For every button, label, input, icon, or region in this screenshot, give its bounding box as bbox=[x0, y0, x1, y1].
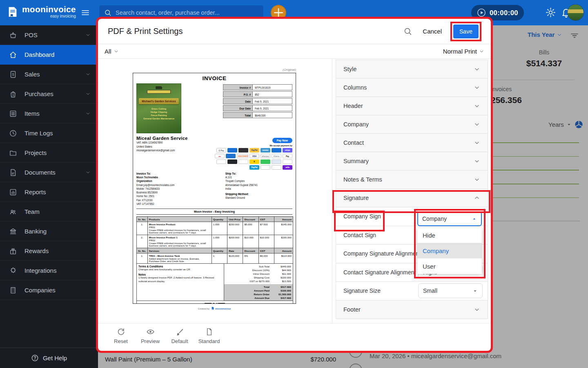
cell: 1.000 bbox=[212, 222, 227, 235]
sidebar-item-label: Purchases bbox=[24, 90, 78, 97]
cell: 2. bbox=[137, 235, 148, 248]
brand-logo[interactable]: mooninvoice easy invoicing bbox=[7, 4, 76, 19]
total-label: Return Order bbox=[226, 292, 272, 296]
cell: $5.000 bbox=[243, 222, 258, 235]
pdf-print-settings-modal: PDF & Print Settings Cancel Save All Nor… bbox=[98, 19, 491, 351]
global-search[interactable] bbox=[99, 5, 263, 20]
total-value: $44.900 bbox=[272, 268, 291, 272]
quick-add-button[interactable] bbox=[271, 5, 286, 20]
save-button[interactable]: Save bbox=[453, 25, 479, 38]
col-header: Quantity bbox=[212, 217, 227, 222]
sidebar-item-reports[interactable]: Reports bbox=[0, 182, 98, 202]
sidebar: POS Dashboard $ Sales $ Purchases Items … bbox=[0, 25, 98, 368]
accordion-notes-terms[interactable]: Notes & Terms bbox=[336, 170, 488, 189]
settings-panel: Style Columns Header Company Contact Sum… bbox=[336, 60, 488, 319]
sidebar-item-sales[interactable]: $ Sales bbox=[0, 65, 98, 84]
sidebar-item-integrations[interactable]: Integrations bbox=[0, 261, 98, 280]
print-mode-dropdown[interactable]: Normal Print bbox=[443, 48, 484, 55]
sidebar-item-time-logs[interactable]: Time Logs bbox=[0, 123, 98, 143]
meta-value: Feb 9, 2021 bbox=[253, 99, 292, 104]
sidebar-item-label: Projects bbox=[24, 149, 91, 156]
chevron-down-icon bbox=[85, 91, 91, 96]
total-label: GST on $270.000 bbox=[226, 279, 272, 283]
product-row: 2. Moon Invoice Product 1 PR02 Create FR… bbox=[137, 235, 293, 248]
default-button[interactable]: Default bbox=[169, 328, 190, 344]
cell: $6.000 bbox=[258, 254, 274, 264]
dropdown-option-company[interactable]: Company bbox=[417, 243, 482, 258]
accordion-label: Summary bbox=[343, 158, 474, 164]
gear-icon[interactable] bbox=[545, 7, 556, 18]
standard-button[interactable]: Standard bbox=[198, 328, 220, 344]
accordion-footer[interactable]: Footer bbox=[336, 300, 488, 319]
notes-heading: Notes bbox=[138, 273, 222, 276]
sidebar-item-team[interactable]: Team bbox=[0, 202, 98, 222]
company-sign-dropdown: Company Hide Company User bbox=[417, 211, 482, 274]
accordion-contact[interactable]: Contact bbox=[336, 133, 488, 152]
app: mooninvoice easy invoicing 00:00:00 POS … bbox=[0, 0, 588, 368]
logo-sign-strip bbox=[147, 90, 171, 94]
reset-button[interactable]: Reset bbox=[110, 328, 131, 344]
total-row: Shipping Cost$100.000 bbox=[224, 276, 293, 279]
company-sign-select[interactable]: Company bbox=[417, 211, 482, 226]
signature-size-select[interactable]: Small bbox=[418, 283, 483, 298]
chevron-down-icon bbox=[474, 66, 480, 72]
ship-to-line: A:101 bbox=[225, 175, 292, 179]
accept-payment-label: We accept payment by bbox=[215, 144, 292, 147]
totals-block: Sub Total$449.000 Discount (10%)$44.900 … bbox=[224, 264, 293, 301]
scope-label: All bbox=[105, 48, 111, 55]
sidebar-item-pos[interactable]: POS bbox=[0, 25, 98, 45]
payment-method-chip: G Pay bbox=[216, 148, 226, 153]
cancel-button[interactable]: Cancel bbox=[423, 28, 442, 35]
total-value: $1,500.000 bbox=[272, 292, 291, 296]
total-label: Amount Paid bbox=[226, 289, 272, 292]
service-row: 1. TR01 - Moon Invoice Task Added attach… bbox=[137, 254, 293, 264]
timer-widget[interactable]: 00:00:00 bbox=[471, 5, 524, 20]
accordion-style[interactable]: Style bbox=[336, 60, 488, 79]
preview-button[interactable]: Preview bbox=[140, 328, 161, 344]
accordion-signature[interactable]: Signature bbox=[336, 188, 488, 207]
dropdown-option-user[interactable]: User bbox=[417, 258, 482, 274]
meta-label: P.O. # bbox=[223, 92, 253, 97]
dropdown-option-hide[interactable]: Hide bbox=[417, 227, 482, 243]
sidebar-item-dashboard[interactable]: Dashboard bbox=[0, 45, 98, 65]
tool-label: Preview bbox=[141, 338, 160, 344]
cell: $145.000 bbox=[274, 222, 293, 235]
notes-body: 1.Newly designed Invoice PDF. 2.Added ro… bbox=[138, 276, 222, 283]
accordion-company[interactable]: Company bbox=[336, 115, 488, 134]
payment-method-chip bbox=[238, 159, 248, 164]
user-avatar[interactable] bbox=[567, 4, 584, 21]
sidebar-item-banking[interactable]: Banking bbox=[0, 222, 98, 241]
seller-line: micealgardenservice@gmail.com bbox=[136, 148, 215, 153]
tractor-silhouette bbox=[156, 86, 162, 89]
sidebar-item-documents[interactable]: Documents bbox=[0, 163, 98, 182]
products-header-row: Sr. No. Products Quantity Unit Price Dis… bbox=[137, 217, 293, 222]
play-icon[interactable] bbox=[477, 8, 486, 17]
sidebar-item-purchases[interactable]: $ Purchases bbox=[0, 84, 98, 104]
pay-now-button[interactable]: Pay Now bbox=[272, 138, 292, 143]
col-header: Discount bbox=[243, 248, 258, 254]
brand-tagline: easy invoicing bbox=[50, 14, 76, 19]
sidebar-item-items[interactable]: Items bbox=[0, 104, 98, 123]
logo-service-line: Grass Cutting bbox=[136, 107, 181, 110]
scope-dropdown[interactable]: All bbox=[105, 48, 119, 55]
hamburger-icon[interactable] bbox=[80, 8, 91, 18]
chevron-down-icon bbox=[85, 170, 91, 175]
document-icon bbox=[205, 328, 214, 336]
sidebar-item-label: Companies bbox=[24, 287, 91, 294]
product-row: 1. Moon Invoice Product PR01 Create FREE… bbox=[137, 222, 293, 235]
sidebar-item-projects[interactable]: Projects bbox=[0, 143, 98, 163]
search-input[interactable] bbox=[116, 9, 258, 16]
meta-row: P.O. #852 bbox=[223, 91, 292, 97]
accordion-header[interactable]: Header bbox=[336, 96, 488, 115]
accordion-columns[interactable]: Columns bbox=[336, 78, 488, 97]
sidebar-item-companies[interactable]: Companies bbox=[0, 280, 98, 300]
cell: $10.000 bbox=[258, 235, 274, 248]
sidebar-item-rewards[interactable]: Rewards bbox=[0, 241, 98, 261]
get-help-button[interactable]: Get Help bbox=[0, 348, 98, 368]
accordion-summary[interactable]: Summary bbox=[336, 152, 488, 171]
search-icon[interactable] bbox=[403, 27, 412, 36]
invoice-page: INVOICE Michael's Garden Services Grass … bbox=[133, 73, 296, 304]
building-icon bbox=[9, 286, 17, 294]
col-header: Rate bbox=[227, 248, 243, 254]
original-watermark: (Original) bbox=[133, 68, 296, 72]
